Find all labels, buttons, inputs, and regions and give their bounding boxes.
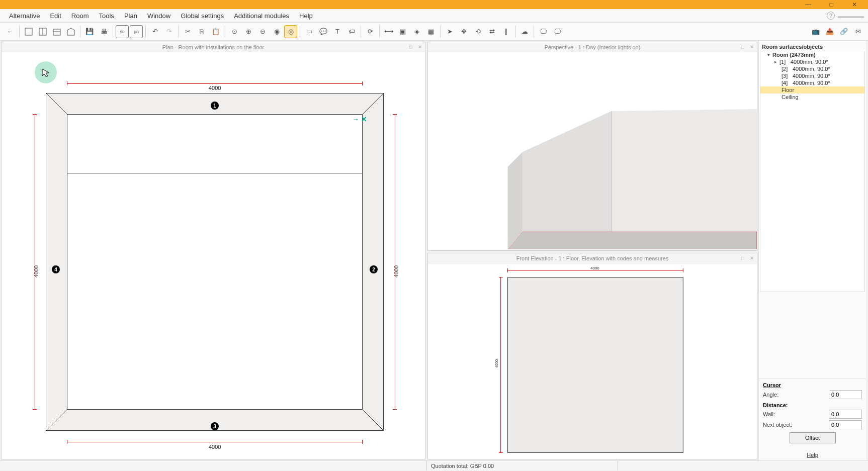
sc-icon[interactable]: sc <box>116 25 129 38</box>
help-link[interactable]: Help <box>807 452 818 458</box>
svg-marker-9 <box>42 69 49 77</box>
svg-marker-10 <box>508 232 757 250</box>
wall-input[interactable] <box>829 410 862 419</box>
maximize-icon[interactable]: □ <box>407 44 415 51</box>
label-icon[interactable]: 🏷 <box>345 25 358 38</box>
monitor2-icon[interactable]: 🖵 <box>551 25 564 38</box>
help-icon[interactable]: ? <box>827 12 835 20</box>
toolbar: ← 💾 🖶 sc pn ↶ ↷ ✂ ⎘ 📋 ⊙ ⊕ ⊖ ◉ ◎ ▭ 💬 T 🏷 … <box>0 23 868 41</box>
rotate-icon[interactable]: ⟲ <box>471 25 484 38</box>
angle-label: Angle: <box>763 392 778 398</box>
note-icon[interactable]: ▭ <box>303 25 316 38</box>
plan-title: Plan - Room with installations on the fl… <box>162 44 264 50</box>
plan-canvas[interactable]: 4000 4000 4000 4000 1 2 3 <box>2 52 425 459</box>
elevation-title: Front Elevation - 1 : Floor, Elevation w… <box>516 255 669 261</box>
zoom-out-icon[interactable]: ⊖ <box>256 25 269 38</box>
wall-label-2: 2 <box>370 265 378 273</box>
dim-icon[interactable]: ⟷ <box>382 25 395 38</box>
svg-rect-17 <box>508 277 683 453</box>
tree-wall[interactable]: [2] 4000mm, 90.0° <box>760 65 864 72</box>
angle-input[interactable] <box>829 390 862 399</box>
minimize-button[interactable]: — <box>797 0 820 9</box>
dim-left: 4000 <box>33 265 39 277</box>
view-3d-icon[interactable] <box>64 25 77 38</box>
maximize-button[interactable]: □ <box>820 0 843 9</box>
perspective-canvas[interactable] <box>428 52 757 250</box>
menu-edit[interactable]: Edit <box>45 10 66 22</box>
link-icon[interactable]: 🔗 <box>837 25 850 38</box>
offset-button[interactable]: Offset <box>790 432 836 443</box>
cursor-panel: Cursor Angle: Distance: Wall: Next objec… <box>759 379 866 449</box>
elev-dim-top: 4000 <box>590 266 599 270</box>
menu-bar: AlternativeEditRoomToolsPlanWindowGlobal… <box>0 9 868 23</box>
redo-icon[interactable]: ↷ <box>162 25 176 38</box>
comment-icon[interactable]: 💬 <box>317 25 330 38</box>
back-icon[interactable]: ← <box>4 25 17 38</box>
text-icon[interactable]: T <box>331 25 344 38</box>
view-split-icon[interactable] <box>36 25 49 38</box>
dim-right: 4000 <box>393 265 399 277</box>
save-icon[interactable]: 💾 <box>83 25 96 38</box>
zoom-mode-icon[interactable]: ◎ <box>284 25 297 38</box>
inner-line <box>67 173 363 173</box>
grid-icon[interactable]: ▦ <box>424 25 438 38</box>
zoom-fit-icon[interactable]: ⊙ <box>228 25 241 38</box>
menu-alternative[interactable]: Alternative <box>4 10 45 22</box>
tree-root[interactable]: ▾Room (2473mm) <box>760 51 864 58</box>
mirror-icon[interactable]: ⇄ <box>485 25 498 38</box>
mail-icon[interactable]: ✉ <box>851 25 864 38</box>
menu-help[interactable]: Help <box>294 10 318 22</box>
tree-wall[interactable]: ▸[1] 4000mm, 90.0° <box>760 58 864 65</box>
help-link-row: Help <box>759 449 866 460</box>
zoom-region-icon[interactable]: ⊕ <box>242 25 255 38</box>
perspective-title: Perspective - 1 : Day (Interior lights o… <box>545 44 641 50</box>
cloud-icon[interactable]: ☁ <box>518 25 531 38</box>
close-icon[interactable]: ✕ <box>748 255 756 262</box>
undo-icon[interactable]: ↶ <box>148 25 161 38</box>
cursor-heading: Cursor <box>763 382 781 388</box>
paste-icon[interactable]: 📋 <box>209 25 222 38</box>
align-icon[interactable]: ∥ <box>499 25 512 38</box>
persp-icon[interactable]: ◈ <box>410 25 423 38</box>
close-icon[interactable]: ✕ <box>748 44 756 51</box>
menu-room[interactable]: Room <box>66 10 94 22</box>
view-elev-icon[interactable] <box>50 25 63 38</box>
menu-plan[interactable]: Plan <box>119 10 142 22</box>
status-bar: Quotation total: GBP 0.00 <box>0 460 868 470</box>
elevation-canvas[interactable]: 4000 4000 <box>428 263 757 459</box>
select-icon[interactable]: ➤ <box>443 25 456 38</box>
send-icon[interactable]: 📤 <box>823 25 836 38</box>
box-icon[interactable]: ▣ <box>396 25 409 38</box>
tree-wall[interactable]: [3] 4000mm, 90.0° <box>760 72 864 79</box>
menu-additional-modules[interactable]: Additional modules <box>229 10 294 22</box>
tree-floor[interactable]: Floor <box>760 86 864 93</box>
tree-wall[interactable]: [4] 4000mm, 90.0° <box>760 79 864 86</box>
refresh-icon[interactable]: ⟳ <box>364 25 377 38</box>
print-icon[interactable]: 🖶 <box>97 25 110 38</box>
view-plan-icon[interactable] <box>22 25 35 38</box>
pane-header: Perspective - 1 : Day (Interior lights o… <box>428 42 757 52</box>
pn-icon[interactable]: pn <box>130 25 143 38</box>
maximize-icon[interactable]: □ <box>739 44 747 51</box>
tree-ceiling[interactable]: Ceiling <box>760 93 864 101</box>
wall-label-1: 1 <box>211 102 219 110</box>
close-icon[interactable]: ✕ <box>416 44 424 51</box>
menu-global-settings[interactable]: Global settings <box>176 10 229 22</box>
zoom-obj-icon[interactable]: ◉ <box>270 25 283 38</box>
svg-rect-0 <box>25 28 32 35</box>
window-title-bar: — □ ✕ <box>0 0 868 9</box>
maximize-icon[interactable]: □ <box>739 255 747 262</box>
menu-window[interactable]: Window <box>142 10 176 22</box>
plan-pane: Plan - Room with installations on the fl… <box>1 42 425 459</box>
monitor1-icon[interactable]: 🖵 <box>537 25 550 38</box>
cut-icon[interactable]: ✂ <box>181 25 194 38</box>
menu-tools[interactable]: Tools <box>94 10 119 22</box>
tv-icon[interactable]: 📺 <box>809 25 822 38</box>
move-icon[interactable]: ✥ <box>457 25 470 38</box>
next-object-input[interactable] <box>829 420 862 429</box>
close-button[interactable]: ✕ <box>843 0 866 9</box>
dim-top: 4000 <box>209 85 221 91</box>
room-inner <box>67 114 363 410</box>
perspective-pane: Perspective - 1 : Day (Interior lights o… <box>427 42 757 251</box>
copy-icon[interactable]: ⎘ <box>195 25 208 38</box>
